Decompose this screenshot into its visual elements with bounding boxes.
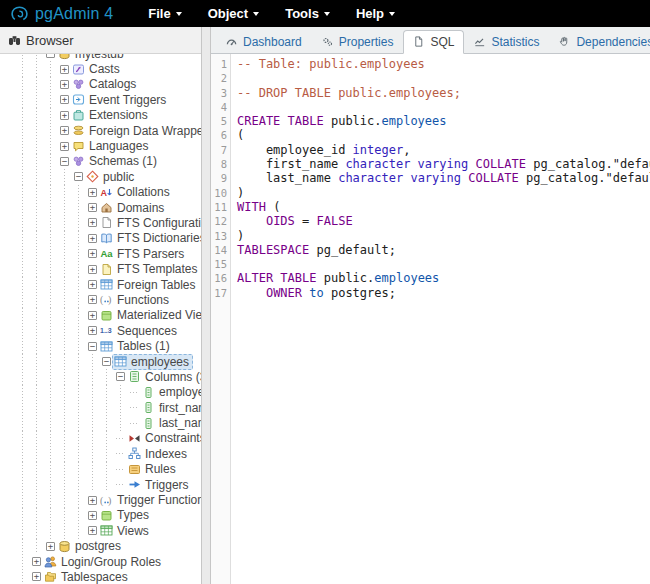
indent-guide xyxy=(18,215,32,230)
tree-item-tables-1[interactable]: −Tables (1) xyxy=(0,338,201,353)
sql-editor[interactable]: 1234567891011121314151617 -- Table: publ… xyxy=(211,54,650,584)
line-number: 6 xyxy=(211,128,227,142)
expand-icon[interactable]: + xyxy=(60,111,69,120)
expand-icon[interactable]: + xyxy=(88,280,97,289)
tab-dependencies[interactable]: Dependencies xyxy=(549,30,650,54)
indent-guide xyxy=(60,215,74,230)
tree-item-fts-configurations[interactable]: +FTS Configurations xyxy=(0,215,201,230)
indent-guide xyxy=(74,369,88,384)
collapse-icon[interactable]: − xyxy=(88,342,97,351)
indent-guide xyxy=(46,477,60,492)
indent-guide xyxy=(18,92,32,107)
menu-tools[interactable]: Tools xyxy=(272,6,343,21)
collapse-icon[interactable]: − xyxy=(46,54,55,58)
selected-tree-item[interactable]: employees xyxy=(112,354,193,370)
tree-item-fts-dictionaries[interactable]: +FTS Dictionaries xyxy=(0,231,201,246)
tree-item-event-triggers[interactable]: +Event Triggers xyxy=(0,92,201,107)
expand-icon[interactable]: + xyxy=(88,203,97,212)
tree-item-materialized-views[interactable]: +Materialized Views xyxy=(0,308,201,323)
tree-item-postgres[interactable]: +postgres xyxy=(0,539,201,554)
indent-guide xyxy=(102,385,116,400)
collapse-icon[interactable]: − xyxy=(102,357,111,366)
tree-item-last-name[interactable]: last_name xyxy=(0,415,201,430)
tree-item-mytestdb[interactable]: −mytestdb xyxy=(0,54,201,61)
tree-item-rules[interactable]: Rules xyxy=(0,462,201,477)
tree-item-label: Trigger Functions xyxy=(117,493,201,507)
browser-panel-header[interactable]: Browser xyxy=(0,27,201,54)
tree-item-fts-parsers[interactable]: +AaFTS Parsers xyxy=(0,246,201,261)
sql-line: TABLESPACE pg_default; xyxy=(237,243,650,257)
indent-guide xyxy=(46,277,60,292)
tree-connector xyxy=(130,415,139,430)
expand-icon[interactable]: + xyxy=(88,218,97,227)
tab-dashboard[interactable]: Dashboard xyxy=(216,30,312,54)
expand-icon[interactable]: + xyxy=(88,311,97,320)
indent-guide xyxy=(46,215,60,230)
tree-item-domains[interactable]: +Domains xyxy=(0,200,201,215)
indent-guide xyxy=(74,446,88,461)
tree-item-tablespaces[interactable]: +Tablespaces xyxy=(0,569,201,584)
tree-item-sequences[interactable]: +1..3Sequences xyxy=(0,323,201,338)
tree-item-casts[interactable]: +Casts xyxy=(0,61,201,76)
collapse-icon[interactable]: − xyxy=(116,372,125,381)
tab-label: SQL xyxy=(430,35,454,49)
browser-tree[interactable]: −mytestdb+Casts+Catalogs+Event Triggers+… xyxy=(0,54,201,584)
tree-item-languages[interactable]: +Languages xyxy=(0,138,201,153)
expand-icon[interactable]: + xyxy=(60,126,69,135)
expand-icon[interactable]: + xyxy=(88,234,97,243)
tree-item-trigger-functions[interactable]: +()Trigger Functions xyxy=(0,492,201,507)
expand-icon[interactable]: + xyxy=(60,80,69,89)
tree-item-constraints[interactable]: Constraints xyxy=(0,431,201,446)
expand-icon[interactable]: + xyxy=(88,511,97,520)
people-icon xyxy=(44,555,57,568)
tree-item-fts-templates[interactable]: +FTS Templates xyxy=(0,261,201,276)
indent-guide xyxy=(32,261,46,276)
menu-object[interactable]: Object xyxy=(195,6,272,21)
tree-item-foreign-data-wrappers[interactable]: +Foreign Data Wrappers xyxy=(0,123,201,138)
expand-icon[interactable]: + xyxy=(60,95,69,104)
tree-item-label: Types xyxy=(117,508,149,522)
tree-item-types[interactable]: +Types xyxy=(0,508,201,523)
panel-splitter[interactable] xyxy=(202,27,211,584)
collapse-icon[interactable]: − xyxy=(60,157,69,166)
tree-item-indexes[interactable]: Indexes xyxy=(0,446,201,461)
menu-file[interactable]: File xyxy=(135,6,194,21)
collapse-icon[interactable]: − xyxy=(74,172,83,181)
indent-guide xyxy=(18,415,32,430)
expand-icon[interactable]: + xyxy=(32,572,41,581)
expand-icon[interactable]: + xyxy=(88,188,97,197)
expand-icon[interactable]: + xyxy=(46,542,55,551)
tree-item-catalogs[interactable]: +Catalogs xyxy=(0,77,201,92)
tree-item-employees[interactable]: −employees xyxy=(0,354,201,369)
tree-item-public[interactable]: −public xyxy=(0,169,201,184)
tree-item-collations[interactable]: +ACollations xyxy=(0,185,201,200)
expand-icon[interactable]: + xyxy=(60,142,69,151)
tree-item-foreign-tables[interactable]: +Foreign Tables xyxy=(0,277,201,292)
tab-properties[interactable]: Properties xyxy=(312,30,404,54)
tree-item-employee-id[interactable]: employee_id xyxy=(0,385,201,400)
menu-help[interactable]: Help xyxy=(343,6,408,21)
tree-item-columns-3[interactable]: −Columns (3) xyxy=(0,369,201,384)
indent-guide xyxy=(18,169,32,184)
expand-icon[interactable]: + xyxy=(88,265,97,274)
expand-icon[interactable]: + xyxy=(32,557,41,566)
tree-item-functions[interactable]: +()Functions xyxy=(0,292,201,307)
tree-item-first-name[interactable]: first_name xyxy=(0,400,201,415)
expand-icon[interactable]: + xyxy=(88,326,97,335)
indent-guide xyxy=(32,77,46,92)
expand-icon[interactable]: + xyxy=(88,295,97,304)
expand-icon[interactable]: + xyxy=(88,526,97,535)
tree-item-label: mytestdb xyxy=(75,54,124,61)
expand-icon[interactable]: + xyxy=(88,249,97,258)
tree-item-triggers[interactable]: Triggers xyxy=(0,477,201,492)
tab-statistics[interactable]: Statistics xyxy=(464,30,549,54)
tree-item-views[interactable]: +Views xyxy=(0,523,201,538)
tree-item-login-group-roles[interactable]: +Login/Group Roles xyxy=(0,554,201,569)
tab-sql[interactable]: SQL xyxy=(403,30,464,54)
expand-icon[interactable]: + xyxy=(88,496,97,505)
expand-icon[interactable]: + xyxy=(60,65,69,74)
columns-green-icon xyxy=(128,370,141,383)
indent-guide xyxy=(18,523,32,538)
tree-item-extensions[interactable]: +Extensions xyxy=(0,108,201,123)
tree-item-schemas-1[interactable]: −Schemas (1) xyxy=(0,154,201,169)
